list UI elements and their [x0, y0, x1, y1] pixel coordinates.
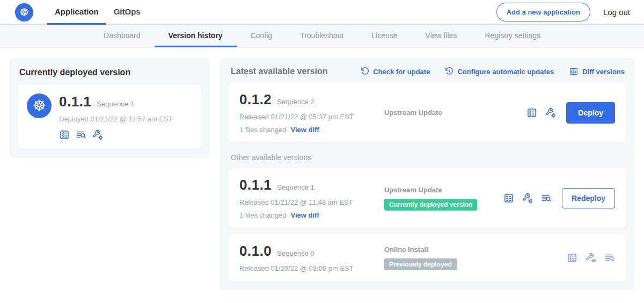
other-versions-title: Other available versions	[231, 153, 625, 162]
version-info: 0.1.1 Sequence 1 Released 01/21/22 @ 11:…	[239, 177, 378, 219]
sequence-label: Sequence 0	[277, 249, 314, 257]
released-timestamp: Released 01/20/22 @ 03:05 pm EST	[239, 264, 378, 272]
version-source: Upstream Update Currently deployed versi…	[378, 186, 503, 211]
primary-tabs: Application GitOps	[47, 0, 148, 25]
edit-config-icon[interactable]	[522, 193, 533, 204]
subnav-tab-version-history[interactable]: Version history	[155, 25, 237, 47]
edit-config-icon[interactable]	[545, 107, 556, 118]
preflight-checks-icon[interactable]	[503, 193, 514, 204]
version-source: Online Install Previously deployed	[378, 246, 567, 270]
app-header: ☸ Application GitOps Add a new applicati…	[0, 0, 644, 25]
auto-update-icon	[445, 67, 453, 76]
subnav-tab-license[interactable]: License	[357, 25, 411, 47]
view-config-icon[interactable]	[586, 252, 596, 263]
check-for-update-link[interactable]: Check for update	[361, 67, 430, 76]
edit-config-icon[interactable]	[92, 129, 103, 140]
view-diff-link[interactable]: View diff	[290, 211, 319, 219]
available-versions-panel: Latest available version Check for updat…	[220, 58, 634, 290]
deploy-logs-icon[interactable]	[604, 252, 615, 263]
version-actions	[567, 252, 615, 263]
sequence-label: Sequence 1	[277, 183, 314, 191]
deployed-version-card: ☸ 0.1.1 Sequence 1 Deployed 01/21/22 @ 1…	[18, 85, 201, 149]
preflight-checks-icon[interactable]	[526, 107, 537, 118]
latest-available-title: Latest available version	[231, 67, 328, 76]
subnav-tab-config[interactable]: Config	[237, 25, 286, 47]
deploy-button[interactable]: Deploy	[566, 102, 615, 124]
refresh-icon	[361, 67, 369, 76]
files-changed-label: 1 files changed	[239, 126, 286, 134]
deployed-timestamp: Deployed 01/21/22 @ 11:57 am EST	[59, 115, 173, 123]
version-card: 0.1.1 Sequence 1 Released 01/21/22 @ 11:…	[229, 168, 626, 228]
currently-deployed-panel: Currently deployed version ☸ 0.1.1 Seque…	[10, 58, 209, 157]
helm-glyph: ☸	[19, 6, 30, 18]
version-number: 0.1.2	[239, 91, 272, 108]
deploy-logs-icon[interactable]	[541, 193, 552, 204]
version-info: 0.1.0 Sequence 0 Released 01/20/22 @ 03:…	[239, 243, 378, 272]
files-changed-label: 1 files changed	[239, 211, 286, 219]
subnav-tab-registry-settings[interactable]: Registry settings	[471, 25, 554, 47]
tab-gitops[interactable]: GitOps	[106, 0, 148, 25]
version-info: 0.1.2 Sequence 2 Released 01/21/22 @ 05:…	[239, 91, 378, 134]
version-actions: Deploy	[526, 102, 615, 124]
subnav-tab-dashboard[interactable]: Dashboard	[90, 25, 155, 47]
deployed-version-info: 0.1.1 Sequence 1 Deployed 01/21/22 @ 11:…	[59, 93, 173, 140]
deployed-sequence-label: Sequence 1	[97, 100, 134, 108]
kubernetes-logo-icon: ☸	[15, 3, 33, 21]
add-application-button[interactable]: Add a new application	[496, 3, 590, 21]
deployed-version-number: 0.1.1	[59, 93, 91, 110]
diff-versions-link[interactable]: Diff versions	[569, 67, 625, 76]
version-number: 0.1.1	[239, 177, 272, 193]
version-number: 0.1.0	[239, 243, 272, 259]
tab-application[interactable]: Application	[47, 0, 106, 25]
configure-automatic-updates-link[interactable]: Configure automatic updates	[445, 67, 554, 76]
released-timestamp: Released 01/21/22 @ 05:37 pm EST	[239, 113, 378, 121]
deployed-panel-title: Currently deployed version	[19, 68, 201, 77]
check-for-update-label: Check for update	[373, 68, 430, 76]
preflight-checks-icon[interactable]	[59, 129, 70, 140]
version-history-page: Currently deployed version ☸ 0.1.1 Seque…	[0, 48, 644, 290]
version-actions: Redeploy	[503, 188, 615, 208]
previously-deployed-badge: Previously deployed	[384, 258, 457, 270]
released-timestamp: Released 01/21/22 @ 11:48 am EST	[239, 198, 378, 206]
view-diff-link[interactable]: View diff	[290, 126, 319, 134]
subnav-tab-troubleshoot[interactable]: Troubleshoot	[286, 25, 357, 47]
update-actions: Check for update Configure automatic upd…	[361, 67, 625, 76]
available-panel-header: Latest available version Check for updat…	[231, 67, 625, 76]
version-source: Upstream Update	[378, 109, 526, 117]
deployed-actions	[59, 129, 173, 140]
redeploy-button[interactable]: Redeploy	[562, 188, 615, 208]
diff-versions-label: Diff versions	[582, 68, 625, 76]
diff-icon	[569, 67, 579, 76]
preflight-checks-icon[interactable]	[567, 252, 577, 263]
version-card: 0.1.2 Sequence 2 Released 01/21/22 @ 05:…	[229, 83, 626, 142]
configure-automatic-updates-label: Configure automatic updates	[457, 68, 554, 76]
source-label: Online Install	[384, 246, 567, 254]
topbar-actions: Add a new application Log out	[496, 3, 630, 21]
app-subnav: Dashboard Version history Config Trouble…	[0, 25, 644, 48]
version-card: 0.1.0 Sequence 0 Released 01/20/22 @ 03:…	[229, 234, 626, 281]
source-label: Upstream Update	[384, 186, 503, 194]
subnav-tab-view-files[interactable]: View files	[412, 25, 471, 47]
helm-glyph: ☸	[32, 98, 46, 113]
currently-deployed-badge: Currently deployed version	[384, 199, 477, 211]
application-icon: ☸	[27, 93, 52, 118]
source-label: Upstream Update	[384, 109, 526, 117]
logout-button[interactable]: Log out	[603, 8, 630, 17]
deploy-logs-icon[interactable]	[76, 129, 86, 140]
sequence-label: Sequence 2	[277, 98, 314, 106]
